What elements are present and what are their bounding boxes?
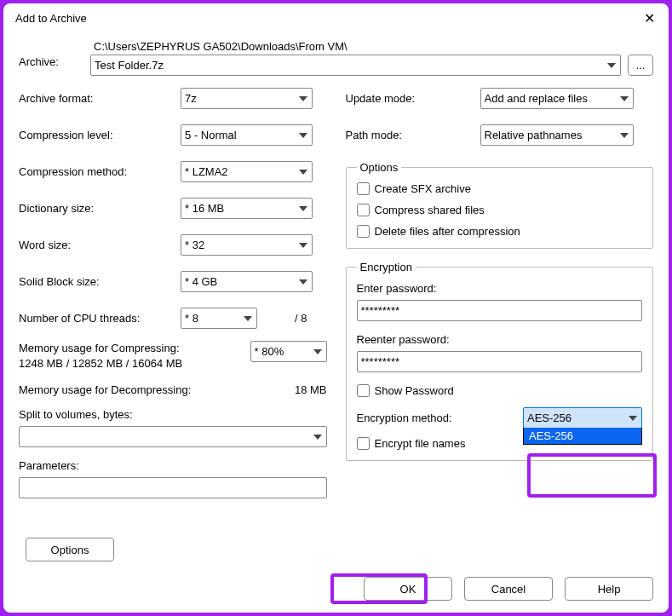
path-mode-select[interactable]: Relative pathnames — [480, 124, 634, 146]
mem-compress-label: Memory usage for Compressing: — [19, 341, 244, 356]
split-volumes-label: Split to volumes, bytes: — [19, 408, 327, 421]
compression-method-select[interactable]: * LZMA2 — [181, 161, 313, 182]
solid-block-select[interactable]: * 4 GB — [181, 271, 313, 292]
split-volumes-select[interactable] — [19, 426, 327, 447]
add-to-archive-dialog: Add to Archive ✕ Archive: C:\Users\ZEPHY… — [3, 3, 669, 613]
encryption-method-dropdown[interactable]: AES-256 — [523, 428, 642, 445]
cancel-button[interactable]: Cancel — [464, 577, 553, 601]
options-group: Options Create SFX archive Compress shar… — [346, 161, 654, 249]
archive-path: C:\Users\ZEPHYRUS GA502\Downloads\From V… — [90, 40, 653, 53]
mem-compress-detail: 1248 MB / 12852 MB / 16064 MB — [19, 356, 244, 371]
archive-filename-select[interactable]: Test Folder.7z — [90, 55, 621, 76]
encrypt-names-label: Encrypt file names — [375, 437, 466, 450]
archive-label: Archive: — [19, 40, 80, 68]
mem-compress-select[interactable]: * 80% — [250, 341, 327, 362]
archive-format-label: Archive format: — [19, 92, 181, 105]
parameters-label: Parameters: — [19, 459, 327, 472]
reenter-password-label: Reenter password: — [357, 333, 643, 346]
encryption-group: Encryption Enter password: Reenter passw… — [346, 261, 654, 461]
titlebar: Add to Archive ✕ — [3, 3, 669, 32]
compression-method-label: Compression method: — [19, 165, 181, 178]
dictionary-size-select[interactable]: * 16 MB — [181, 198, 313, 219]
enter-password-label: Enter password: — [357, 282, 643, 295]
path-mode-label: Path mode: — [346, 129, 480, 141]
cpu-threads-label: Number of CPU threads: — [19, 312, 181, 325]
mem-decompress-label: Memory usage for Decompressing: — [19, 383, 191, 396]
encryption-method-label: Encryption method: — [357, 412, 452, 424]
options-legend: Options — [357, 161, 402, 174]
shared-label: Compress shared files — [375, 204, 485, 216]
sfx-checkbox[interactable] — [357, 182, 370, 195]
cpu-threads-total: / 8 — [295, 312, 307, 325]
help-button[interactable]: Help — [565, 577, 653, 601]
ok-button[interactable]: OK — [364, 577, 452, 601]
archive-format-select[interactable]: 7z — [181, 88, 313, 109]
browse-button[interactable]: ... — [628, 55, 653, 76]
solid-block-label: Solid Block size: — [19, 275, 181, 288]
delete-checkbox[interactable] — [357, 225, 370, 238]
update-mode-select[interactable]: Add and replace files — [480, 88, 634, 109]
sfx-label: Create SFX archive — [375, 182, 471, 195]
show-password-label: Show Password — [375, 384, 454, 397]
ellipsis-icon: ... — [636, 59, 646, 72]
parameters-input[interactable] — [19, 477, 327, 498]
update-mode-label: Update mode: — [346, 92, 480, 105]
encryption-method-select[interactable]: AES-256 — [523, 407, 642, 429]
close-icon[interactable]: ✕ — [639, 9, 660, 28]
show-password-checkbox[interactable] — [357, 384, 370, 397]
mem-decompress-value: 18 MB — [295, 383, 327, 396]
dictionary-size-label: Dictionary size: — [19, 202, 181, 215]
compression-level-label: Compression level: — [19, 129, 181, 141]
enter-password-input[interactable] — [357, 300, 643, 321]
delete-label: Delete files after compression — [375, 225, 520, 238]
reenter-password-input[interactable] — [357, 351, 643, 372]
window-title: Add to Archive — [15, 12, 87, 25]
word-size-label: Word size: — [19, 239, 181, 251]
encryption-legend: Encryption — [357, 261, 416, 273]
options-button[interactable]: Options — [26, 538, 114, 561]
encryption-method-option[interactable]: AES-256 — [524, 428, 641, 444]
shared-checkbox[interactable] — [357, 204, 370, 216]
word-size-select[interactable]: * 32 — [181, 234, 313, 256]
compression-level-select[interactable]: 5 - Normal — [181, 124, 313, 146]
encrypt-names-checkbox[interactable] — [357, 437, 370, 450]
cpu-threads-select[interactable]: * 8 — [181, 308, 257, 329]
